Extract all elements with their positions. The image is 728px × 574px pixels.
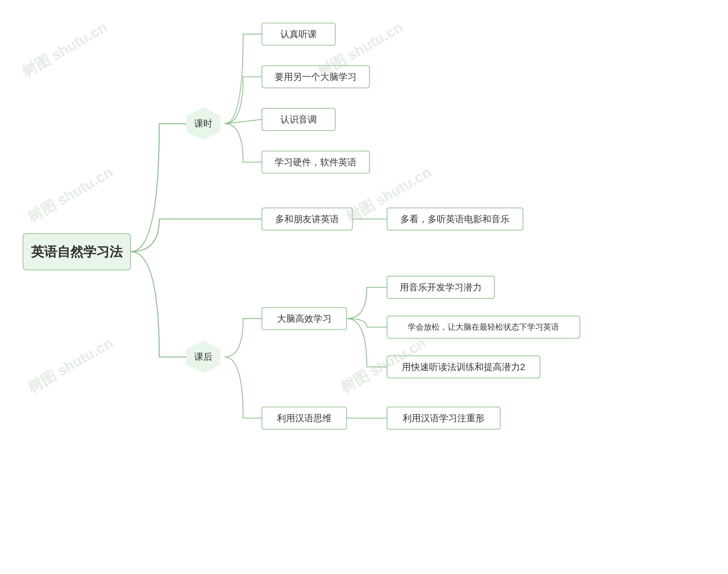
leaf-3: 认识音调 <box>262 108 336 131</box>
leaf-2: 要用另一个大脑学习 <box>262 66 370 88</box>
chinese-think-node: 利用汉语思维 <box>262 407 347 429</box>
chinese-child-1: 利用汉语学习注重形 <box>387 407 501 429</box>
brain-child-1: 用音乐开发学习潜力 <box>387 276 495 299</box>
branch1-label: 课时 <box>194 118 212 130</box>
brain-child-2: 学会放松，让大脑在最轻松状态下学习英语 <box>387 316 580 338</box>
leaf-4: 学习硬件，软件英语 <box>262 151 370 173</box>
mid-child: 多看，多听英语电影和音乐 <box>387 208 523 231</box>
brain-learn-node: 大脑高效学习 <box>262 307 347 330</box>
leaf-1: 认真听课 <box>262 23 336 45</box>
brain-child-3: 用快速听读法训练和提高潜力2 <box>387 356 540 378</box>
mid-node: 多和朋友讲英语 <box>262 208 353 231</box>
root-label: 英语自然学习法 <box>31 243 123 261</box>
root-node: 英语自然学习法 <box>23 233 131 270</box>
branch2-label: 课后 <box>194 351 212 363</box>
